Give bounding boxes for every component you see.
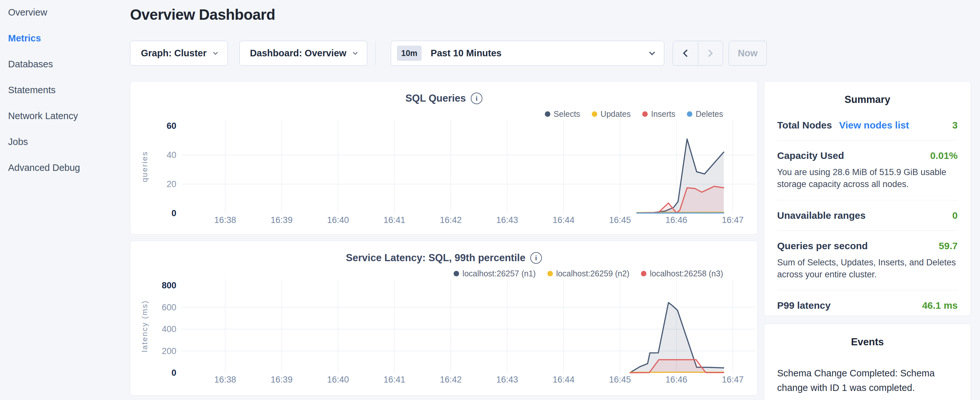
summary-row-queries-per-second: Queries per second 59.7 Sum of Selects, … [777,230,958,290]
summary-value: 59.7 [939,241,958,252]
svg-text:16:43: 16:43 [496,375,518,384]
chevron-down-icon [649,49,655,55]
service-latency-plot: 16:3816:3916:4016:4116:4216:4316:4416:45… [130,241,758,396]
summary-body: Total Nodes View nodes list 3 Capacity U… [764,105,970,320]
chevron-down-icon [353,50,358,54]
summary-description: Sum of Selects, Updates, Inserts, and De… [777,257,958,281]
svg-text:16:39: 16:39 [271,375,293,384]
svg-text:60: 60 [167,121,176,131]
svg-text:16:43: 16:43 [496,215,518,225]
events-body: Schema Change Completed: Schema change w… [764,348,970,400]
sidebar-item-metrics[interactable]: Metrics [8,33,130,43]
summary-label: Total Nodes [777,120,832,131]
svg-text:16:46: 16:46 [665,375,687,384]
svg-text:16:44: 16:44 [553,375,574,384]
event-item[interactable]: Schema Change Completed: Schema change w… [777,366,958,400]
svg-text:16:41: 16:41 [383,375,406,384]
svg-text:16:44: 16:44 [553,215,574,225]
svg-text:16:45: 16:45 [609,215,631,225]
summary-row-capacity-used: Capacity Used 0.01% You are using 28.6 M… [777,140,958,200]
sidebar-item-overview[interactable]: Overview [8,8,130,17]
dashboard-selector-label: Dashboard: Overview [250,48,346,59]
svg-text:16:42: 16:42 [440,375,462,384]
dashboard-selector-dropdown[interactable]: Dashboard: Overview [239,41,367,66]
svg-text:16:38: 16:38 [214,375,236,384]
time-range-selector[interactable]: 10m Past 10 Minutes [391,41,664,66]
summary-description: You are using 28.6 MiB of 515.9 GiB usab… [777,166,958,191]
svg-text:16:47: 16:47 [722,215,744,225]
summary-label: Capacity Used [777,150,844,161]
chevron-right-icon [705,49,713,57]
sidebar-item-jobs[interactable]: Jobs [8,137,130,147]
summary-title: Summary [764,81,970,105]
sidebar-item-statements[interactable]: Statements [8,85,130,95]
svg-text:16:38: 16:38 [214,215,236,225]
view-nodes-list-link[interactable]: View nodes list [839,120,909,131]
svg-text:16:40: 16:40 [327,215,349,225]
svg-text:16:45: 16:45 [609,375,631,384]
summary-row-total-nodes: Total Nodes View nodes list 3 [777,110,958,140]
summary-label: Unavailable ranges [777,210,865,221]
summary-row-unavailable-ranges: Unavailable ranges 0 [777,200,958,230]
graph-selector-label: Graph: Cluster [141,48,207,59]
sidebar-item-advanced-debug[interactable]: Advanced Debug [8,163,130,172]
sql-queries-plot: 16:3816:3916:4016:4116:4216:4316:4416:45… [130,81,758,235]
event-timestamp: May 13, 2020 at 4:45 PM [777,398,958,400]
svg-text:200: 200 [162,346,176,356]
step-forward-button[interactable] [698,41,723,65]
chevron-left-icon [682,49,690,57]
svg-text:0: 0 [172,368,176,378]
events-panel: Events Schema Change Completed: Schema c… [764,324,971,400]
svg-text:0: 0 [172,209,176,218]
summary-value: 3 [952,120,958,131]
app-root: Overview Metrics Databases Statements Ne… [0,0,980,400]
service-latency-chart-card: Service Latency: SQL, 99th percentile i … [130,241,758,395]
sidebar-item-network-latency[interactable]: Network Latency [8,112,130,121]
summary-label: Queries per second [777,241,868,252]
time-step-buttons [673,41,723,66]
step-back-button[interactable] [673,41,698,65]
svg-text:16:47: 16:47 [722,375,744,384]
time-window-badge: 10m [397,46,422,61]
summary-panel: Summary Total Nodes View nodes list 3 Ca… [764,81,971,316]
svg-text:16:46: 16:46 [665,215,687,225]
events-title: Events [764,324,970,348]
summary-value: 0 [952,210,958,221]
svg-text:16:42: 16:42 [440,215,462,225]
now-button[interactable]: Now [729,41,767,66]
summary-label: P99 latency [777,300,830,311]
page-title: Overview Dashboard [130,6,275,23]
summary-value: 46.1 ms [922,300,958,311]
summary-row-p99-latency: P99 latency 46.1 ms [777,290,958,320]
sidebar-item-databases[interactable]: Databases [8,59,130,69]
sql-queries-chart-card: SQL Queries i SelectsUpdatesInsertsDelet… [130,81,758,234]
svg-text:16:39: 16:39 [271,215,293,225]
svg-text:600: 600 [162,303,176,312]
svg-text:400: 400 [162,324,176,334]
summary-value: 0.01% [930,150,958,161]
chevron-down-icon [213,50,217,54]
svg-text:800: 800 [162,280,176,290]
sidebar: Overview Metrics Databases Statements Ne… [0,0,130,400]
svg-text:20: 20 [167,179,176,189]
time-window-label: Past 10 Minutes [431,48,501,59]
event-message: Schema Change Completed: Schema change w… [777,366,958,395]
graph-selector-dropdown[interactable]: Graph: Cluster [130,41,228,66]
svg-text:16:40: 16:40 [327,375,349,384]
svg-text:16:41: 16:41 [383,215,406,225]
svg-text:40: 40 [167,150,176,160]
